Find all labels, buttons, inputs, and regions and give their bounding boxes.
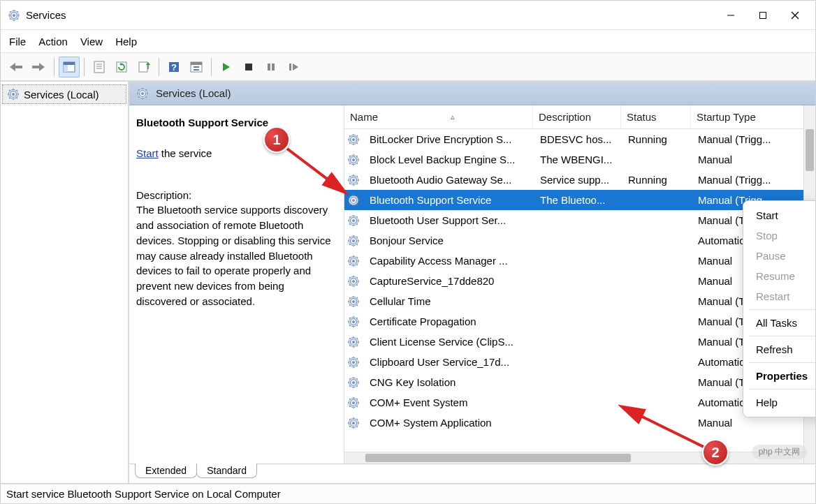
description-label: Description: (136, 188, 334, 203)
minimize-button[interactable] (715, 1, 747, 29)
service-name: BitLocker Drive Encryption S... (364, 133, 534, 145)
tab-standard[interactable]: Standard (196, 464, 257, 478)
service-description: The WBENGI... (534, 154, 622, 165)
service-row[interactable]: Bluetooth Audio Gateway Se...Service sup… (344, 170, 815, 190)
watermark: php 中文网 (752, 445, 807, 459)
menu-separator (749, 362, 816, 363)
column-startup-type[interactable]: Startup Type (691, 105, 815, 128)
status-bar: Start service Bluetooth Support Service … (1, 484, 815, 503)
service-name: Clipboard User Service_17d... (364, 356, 534, 368)
gear-icon (347, 133, 360, 146)
maximize-button[interactable] (747, 1, 779, 29)
gear-icon (347, 154, 360, 166)
menu-bar: File Action View Help (1, 30, 815, 52)
menu-view[interactable]: View (80, 36, 103, 47)
gear-icon (347, 214, 360, 227)
tree-item-label: Services (Local) (24, 89, 99, 101)
menu-file[interactable]: File (9, 36, 26, 47)
back-button[interactable] (6, 57, 27, 77)
context-restart[interactable]: Restart (743, 286, 816, 306)
restart-service-button[interactable] (283, 57, 304, 77)
context-pause[interactable]: Pause (743, 246, 816, 266)
scrollbar-thumb[interactable] (806, 129, 814, 171)
svg-marker-35 (223, 63, 230, 71)
list-pane: Name ▵ Description Status Startup Type B… (344, 105, 815, 464)
close-button[interactable] (779, 1, 811, 29)
bottom-tabs: Extended Standard (129, 464, 815, 483)
refresh-button[interactable] (111, 57, 132, 77)
gear-icon (347, 194, 360, 207)
gear-icon (347, 376, 360, 389)
tree-item-services-local[interactable]: Services (Local) (2, 84, 126, 104)
context-properties[interactable]: Properties (743, 366, 816, 386)
pane-header: Services (Local) (129, 82, 815, 105)
properties-button[interactable] (89, 57, 110, 77)
context-all-tasks[interactable]: All Tasks› (743, 313, 816, 333)
context-stop[interactable]: Stop (743, 225, 816, 246)
selected-service-title: Bluetooth Support Service (136, 115, 334, 131)
svg-text:?: ? (171, 62, 177, 73)
scrollbar-thumb[interactable] (365, 454, 631, 462)
svg-rect-18 (64, 62, 75, 65)
gear-icon (347, 235, 360, 247)
pane-title: Services (Local) (156, 87, 231, 99)
svg-marker-40 (293, 64, 298, 71)
svg-rect-33 (194, 66, 199, 68)
window-title: Services (26, 9, 66, 21)
gear-icon (347, 417, 360, 429)
description-text: The Bluetooth service supports discovery… (136, 202, 334, 309)
context-help[interactable]: Help (743, 392, 816, 413)
svg-rect-38 (272, 64, 275, 71)
column-description[interactable]: Description (533, 105, 621, 128)
console-tree-button[interactable] (186, 57, 207, 77)
annotation-badge-2: 2 (702, 439, 729, 466)
service-name: COM+ System Application (364, 417, 534, 429)
column-name[interactable]: Name ▵ (344, 105, 533, 128)
forward-button[interactable] (29, 57, 50, 77)
service-status: Running (622, 174, 692, 186)
gear-icon (347, 356, 360, 369)
svg-marker-15 (10, 63, 22, 71)
menu-help[interactable]: Help (115, 36, 137, 47)
menu-action[interactable]: Action (38, 36, 68, 47)
service-description: BDESVC hos... (534, 133, 622, 145)
help-button[interactable]: ? (163, 57, 184, 77)
context-resume[interactable]: Resume (743, 266, 816, 286)
tree-pane: Services (Local) (1, 82, 129, 483)
svg-rect-20 (94, 61, 104, 73)
export-button[interactable] (133, 57, 154, 77)
svg-rect-26 (139, 62, 147, 72)
service-name: Bonjour Service (364, 235, 534, 246)
toolbar-separator (84, 58, 85, 76)
service-row[interactable]: Block Level Backup Engine S...The WBENGI… (344, 149, 815, 170)
gear-icon (136, 87, 149, 100)
start-service-button[interactable] (216, 57, 237, 77)
context-menu: Start Stop Pause Resume Restart All Task… (743, 200, 816, 417)
stop-service-button[interactable] (238, 57, 259, 77)
start-service-link[interactable]: Start (136, 147, 159, 159)
horizontal-scrollbar[interactable] (344, 452, 803, 464)
start-service-suffix: the service (159, 147, 212, 159)
svg-rect-32 (191, 62, 202, 65)
list-header: Name ▵ Description Status Startup Type (344, 105, 815, 129)
main-area: Services (Local) Services (Local) Blueto… (1, 82, 815, 484)
pause-service-button[interactable] (261, 57, 282, 77)
menu-separator (749, 336, 816, 336)
tab-extended[interactable]: Extended (135, 464, 197, 478)
gear-icon (347, 316, 360, 328)
menu-separator (749, 389, 816, 390)
gear-icon (347, 275, 360, 288)
context-start[interactable]: Start (743, 205, 816, 225)
start-service-line: Start the service (136, 146, 334, 161)
context-refresh[interactable]: Refresh (743, 339, 816, 360)
show-hide-tree-button[interactable] (59, 57, 80, 77)
menu-separator (749, 309, 816, 310)
toolbar-separator (159, 58, 159, 76)
column-status[interactable]: Status (621, 105, 691, 128)
service-description: Service supp... (534, 174, 622, 186)
service-row[interactable]: BitLocker Drive Encryption S...BDESVC ho… (344, 129, 815, 149)
svg-rect-19 (64, 65, 68, 72)
svg-marker-16 (32, 63, 45, 71)
service-name: Client License Service (ClipS... (364, 336, 534, 348)
svg-rect-36 (245, 64, 252, 71)
